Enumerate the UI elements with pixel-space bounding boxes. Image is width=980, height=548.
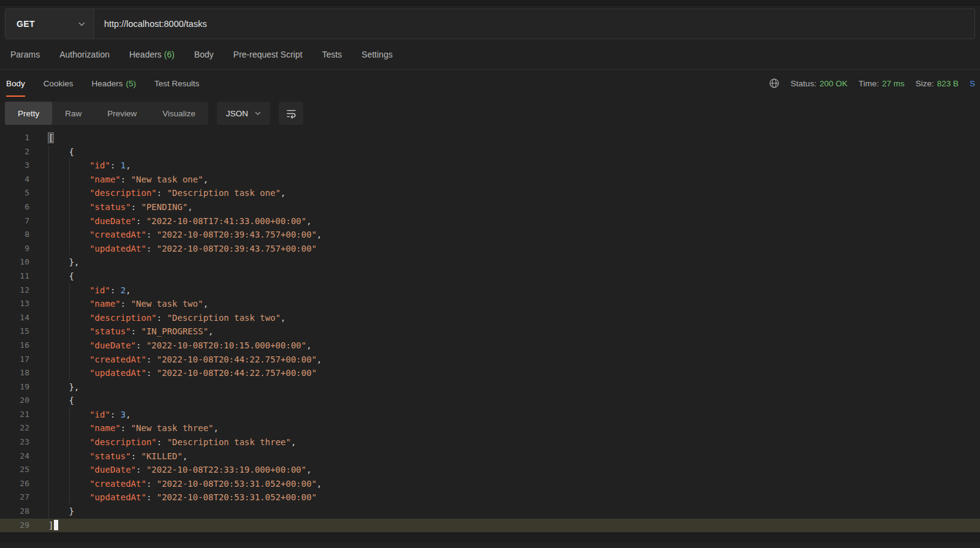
request-tab-pre-request-script[interactable]: Pre-request Script: [233, 50, 303, 59]
code-line: 1[: [0, 131, 980, 145]
code-line: 5"description": "Description task one",: [0, 186, 980, 200]
code-line: 8"createdAt": "2022-10-08T20:39:43.757+0…: [0, 228, 980, 242]
view-tab-preview[interactable]: Preview: [94, 102, 149, 125]
code-line: 23"description": "Description task three…: [0, 435, 980, 449]
line-number: 23: [0, 435, 37, 449]
request-tab-body[interactable]: Body: [194, 50, 214, 59]
code-line: 9"updatedAt": "2022-10-08T20:39:43.757+0…: [0, 242, 980, 256]
code-line: 25"dueDate": "2022-10-08T22:33:19.000+00…: [0, 463, 980, 477]
code-line: 16"dueDate": "2022-10-08T20:10:15.000+00…: [0, 339, 980, 353]
view-tab-pretty[interactable]: Pretty: [5, 102, 52, 125]
window-top-edge: [0, 0, 980, 6]
response-body-editor[interactable]: 1[2{3"id": 1,4"name": "New task one",5"d…: [0, 131, 980, 532]
line-number: 10: [0, 255, 37, 269]
request-tab-settings[interactable]: Settings: [361, 50, 393, 59]
code-line: 19},: [0, 380, 980, 394]
response-tab-test-results[interactable]: Test Results: [154, 70, 200, 97]
code-line: 22"name": "New task three",: [0, 421, 980, 435]
format-selector[interactable]: JSON: [217, 102, 270, 125]
code-line: 14"description": "Description task two",: [0, 311, 980, 325]
code-line: 2{: [0, 145, 980, 159]
code-line: 17"createdAt": "2022-10-08T20:44:22.757+…: [0, 353, 980, 367]
url-input[interactable]: http://localhost:8000/tasks: [94, 9, 974, 39]
code-line: 29]: [0, 519, 980, 533]
line-number: 9: [0, 242, 37, 256]
url-text: http://localhost:8000/tasks: [104, 19, 207, 29]
line-number: 8: [0, 228, 37, 242]
line-number: 4: [0, 173, 37, 187]
line-number: 13: [0, 297, 37, 311]
editor-bottom-edge: [0, 533, 980, 543]
code-line: 27"updatedAt": "2022-10-08T20:53:31.052+…: [0, 490, 980, 505]
line-number: 19: [0, 380, 37, 394]
request-tab-authorization[interactable]: Authorization: [59, 50, 110, 59]
format-label: JSON: [226, 109, 248, 118]
code-line: 3"id": 1,: [0, 159, 980, 173]
size-badge: Size: 823 B: [916, 79, 959, 88]
line-number: 5: [0, 186, 37, 200]
request-tab-headers[interactable]: Headers (6): [129, 50, 175, 59]
line-number: 26: [0, 477, 37, 491]
line-number: 28: [0, 505, 37, 519]
line-number: 17: [0, 353, 37, 367]
code-line: 26"createdAt": "2022-10-08T20:53:31.052+…: [0, 477, 980, 491]
line-number: 27: [0, 490, 37, 505]
time-badge: Time: 27 ms: [859, 79, 905, 88]
code-line: 24"status": "KILLED",: [0, 449, 980, 464]
line-number: 20: [0, 394, 37, 408]
status-badge: Status: 200 OK: [791, 79, 848, 88]
chevron-down-icon: [255, 111, 261, 115]
view-tab-raw[interactable]: Raw: [52, 102, 94, 125]
response-tab-cookies[interactable]: Cookies: [43, 70, 74, 97]
code-line: 15"status": "IN_PROGRESS",: [0, 325, 980, 339]
globe-icon[interactable]: [769, 78, 780, 89]
code-line: 12"id": 2,: [0, 283, 980, 298]
code-line: 28}: [0, 505, 980, 519]
view-mode-segmented-control: PrettyRawPreviewVisualize: [5, 102, 208, 125]
tab-count: (5): [126, 79, 137, 88]
request-url-bar: GET http://localhost:8000/tasks: [5, 9, 975, 39]
line-number: 15: [0, 325, 37, 339]
request-tab-params[interactable]: Params: [10, 50, 40, 59]
line-number: 21: [0, 408, 37, 422]
code-line: 21"id": 3,: [0, 408, 980, 422]
text-cursor: [54, 520, 58, 530]
response-tabs: BodyCookiesHeaders(5)Test Results: [6, 70, 200, 97]
code-line: 20{: [0, 394, 980, 408]
request-tab-tests[interactable]: Tests: [322, 50, 342, 59]
response-view-toolbar: PrettyRawPreviewVisualize JSON: [5, 102, 980, 125]
code-line: 11{: [0, 269, 980, 283]
line-number: 29: [0, 519, 37, 533]
request-tabs: ParamsAuthorizationHeaders (6)BodyPre-re…: [0, 39, 980, 70]
line-number: 25: [0, 463, 37, 477]
line-number: 11: [0, 269, 37, 283]
line-number: 12: [0, 283, 37, 298]
response-meta: Status: 200 OK Time: 27 ms Size: 823 B S: [769, 70, 975, 97]
line-number: 1: [0, 131, 37, 145]
save-response-link[interactable]: S: [970, 79, 975, 88]
line-number: 6: [0, 200, 37, 214]
code-line: 4"name": "New task one",: [0, 173, 980, 187]
line-number: 2: [0, 145, 37, 159]
code-line: 18"updatedAt": "2022-10-08T20:44:22.757+…: [0, 366, 980, 380]
wrap-lines-icon: [285, 108, 297, 119]
line-number: 18: [0, 366, 37, 380]
line-number: 3: [0, 159, 37, 173]
line-number: 14: [0, 311, 37, 325]
method-selector[interactable]: GET: [6, 9, 94, 39]
response-header: BodyCookiesHeaders(5)Test Results Status…: [0, 70, 980, 97]
line-number: 22: [0, 421, 37, 435]
line-number: 7: [0, 214, 37, 228]
tab-count: (6): [164, 50, 175, 59]
code-line: 6"status": "PENDING",: [0, 200, 980, 214]
line-number: 16: [0, 339, 37, 353]
response-tab-headers[interactable]: Headers(5): [92, 70, 137, 97]
response-tab-body[interactable]: Body: [6, 70, 25, 97]
code-line: 13"name": "New task two",: [0, 297, 980, 311]
wrap-lines-button[interactable]: [279, 102, 303, 125]
method-label: GET: [17, 19, 35, 29]
code-line: 10},: [0, 255, 980, 269]
view-tab-visualize[interactable]: Visualize: [149, 102, 208, 125]
line-number: 24: [0, 449, 37, 464]
chevron-down-icon: [78, 22, 85, 26]
